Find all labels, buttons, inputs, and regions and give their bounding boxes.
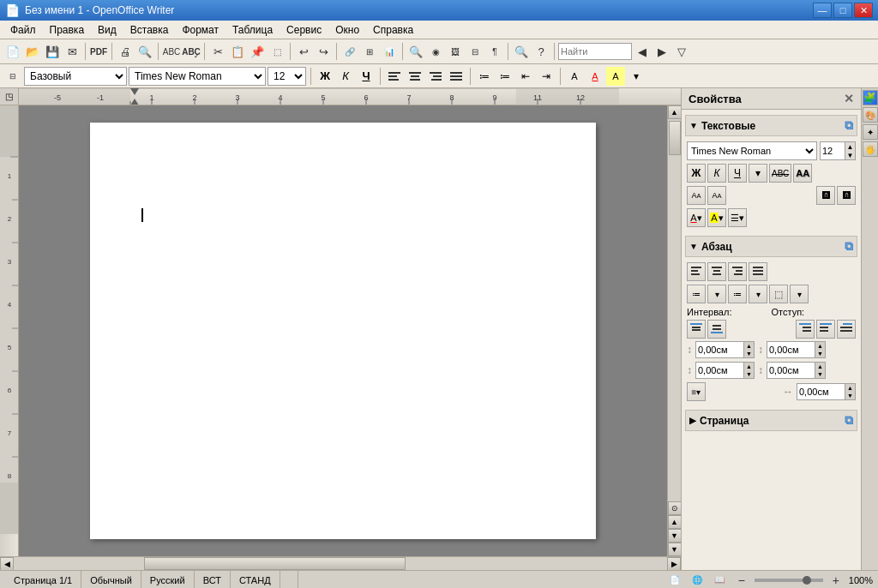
font-select[interactable]: Times New Roman (129, 67, 266, 86)
scroll-down-btn[interactable]: ▼ (668, 543, 682, 556)
zoom-out-btn[interactable]: − (732, 571, 751, 589)
size-select[interactable]: 12 (268, 67, 306, 86)
above-spacing-down[interactable]: ▼ (743, 350, 754, 357)
menu-edit[interactable]: Правка (43, 21, 92, 39)
paragraph-section-header[interactable]: ▼ Абзац ⧉ (685, 236, 857, 257)
panel-strikethrough-btn[interactable]: АВС (769, 164, 791, 183)
panel-char-style-btn[interactable]: ☰▾ (728, 208, 747, 227)
text-section-expand-icon[interactable]: ⧉ (845, 118, 853, 133)
copy-btn[interactable]: 📋 (228, 42, 247, 61)
panel-size-down[interactable]: ▼ (845, 151, 855, 159)
para-indent-left-btn[interactable] (796, 320, 815, 339)
nonprint-btn[interactable]: ¶ (485, 42, 504, 61)
char-format-btn[interactable]: А (565, 67, 584, 86)
format-paste-btn[interactable]: ⬚ (268, 42, 286, 61)
scroll-track-v[interactable] (668, 119, 681, 501)
cut-btn[interactable]: ✂ (208, 42, 227, 61)
document-page[interactable] (90, 123, 596, 539)
para-linespace-btn[interactable]: ⬚ (769, 285, 788, 303)
view-book-btn[interactable]: 📖 (710, 571, 729, 589)
undo-btn[interactable]: ↩ (294, 42, 313, 61)
more-format-btn[interactable]: ▾ (627, 67, 646, 86)
para-linespace-opts-btn[interactable]: ▾ (790, 285, 809, 303)
indent-before-down[interactable]: ▼ (815, 350, 825, 357)
first-indent-input[interactable] (797, 384, 845, 399)
para-align-justify-btn[interactable] (749, 262, 767, 281)
page-section-header[interactable]: ▶ Страница ⧉ (685, 410, 857, 431)
panel-size-group[interactable]: ▲ ▼ (820, 141, 856, 160)
chart-btn[interactable]: 📊 (380, 42, 399, 61)
sidebar-icon-3[interactable]: ✦ (863, 124, 878, 140)
panel-shadow-btn[interactable]: АА (793, 164, 812, 183)
find-btn[interactable]: 🔍 (406, 42, 425, 61)
bold-btn[interactable]: Ж (316, 67, 334, 86)
scroll-right-btn[interactable]: ▶ (667, 557, 681, 571)
page-next-btn[interactable]: ▼ (668, 529, 682, 543)
pdf-btn[interactable]: PDF (89, 42, 108, 61)
panel-subscript-btn[interactable]: АА (707, 186, 726, 205)
menu-insert[interactable]: Вставка (123, 21, 176, 39)
underline-btn[interactable]: Ч (357, 67, 376, 86)
table-btn[interactable]: ⊞ (360, 42, 379, 61)
menu-format[interactable]: Формат (175, 21, 226, 39)
panel-fontcolor-btn[interactable]: А▾ (687, 208, 706, 227)
panel-font-select[interactable]: Times New Roman (687, 141, 817, 160)
linespace-dropdown-btn[interactable]: ≡▾ (687, 382, 706, 401)
view-page-btn[interactable]: 📄 (665, 571, 684, 589)
zoom-thumb[interactable] (803, 576, 811, 585)
new-btn[interactable]: 📄 (3, 42, 22, 61)
autocorrect-btn[interactable]: ABC ✓ (182, 42, 201, 61)
style-list-btn[interactable]: ⊟ (3, 67, 22, 86)
paste-btn[interactable]: 📌 (248, 42, 267, 61)
search-prev-btn[interactable]: ◀ (633, 42, 652, 61)
indent-before-input[interactable] (767, 342, 815, 357)
minimize-button[interactable]: — (813, 3, 832, 18)
hyperlink-btn[interactable]: 🔗 (340, 42, 359, 61)
increase-indent-btn[interactable]: ⇥ (537, 67, 556, 86)
status-mode2[interactable]: СТАНД (231, 571, 280, 588)
navigator-btn[interactable]: ◉ (426, 42, 445, 61)
scroll-thumb-v[interactable] (669, 121, 681, 155)
para-above-btn[interactable] (687, 320, 706, 339)
align-justify-btn[interactable] (447, 67, 466, 86)
panel-underline-btn[interactable]: Ч (728, 164, 747, 183)
para-indent-first-btn[interactable] (837, 320, 856, 339)
align-center-btn[interactable] (406, 67, 424, 86)
para-align-left-btn[interactable] (687, 262, 706, 281)
panel-bold-btn[interactable]: Ж (687, 164, 706, 183)
panel-chars-btn[interactable]: 🅰 (816, 186, 835, 205)
first-indent-input-group[interactable]: ▲ ▼ (797, 383, 856, 400)
search-input[interactable] (561, 46, 629, 57)
above-spacing-input[interactable] (696, 342, 743, 357)
properties-close-btn[interactable]: ✕ (844, 92, 854, 105)
hscrollbar[interactable]: ◀ ▶ (0, 556, 681, 570)
para-ordered-opts-btn[interactable]: ▾ (749, 285, 767, 303)
save-btn[interactable]: 💾 (43, 42, 62, 61)
para-ordered-btn[interactable]: ≔ (728, 285, 747, 303)
open-btn[interactable]: 📂 (23, 42, 42, 61)
style-select[interactable]: Базовый (24, 67, 127, 86)
spellcheck-btn[interactable]: ABC (162, 42, 181, 61)
menu-view[interactable]: Вид (91, 21, 123, 39)
maximize-button[interactable]: □ (833, 3, 852, 18)
panel-italic-btn[interactable]: К (707, 164, 726, 183)
panel-size-input[interactable] (821, 143, 845, 159)
below-spacing-up[interactable]: ▲ (743, 363, 754, 370)
indent-before-up[interactable]: ▲ (815, 342, 825, 350)
para-align-right-btn[interactable] (728, 262, 747, 281)
page-nav-setting-btn[interactable]: ⊙ (668, 501, 682, 515)
page-container[interactable] (19, 105, 667, 556)
indent-before-input-group[interactable]: ▲ ▼ (767, 341, 826, 358)
indent-after-input-group[interactable]: ▲ ▼ (767, 362, 826, 379)
zoom-in-status-btn[interactable]: + (827, 571, 845, 589)
gallery-btn[interactable]: 🖼 (446, 42, 465, 61)
first-indent-up[interactable]: ▲ (845, 384, 855, 392)
para-below-btn[interactable] (707, 320, 726, 339)
para-align-center-btn[interactable] (707, 262, 726, 281)
sidebar-icon-2[interactable]: 🎨 (863, 107, 878, 123)
para-unordered-btn[interactable]: ≔ (687, 285, 706, 303)
decrease-indent-btn[interactable]: ⇤ (516, 67, 535, 86)
search-next-btn[interactable]: ▶ (652, 42, 671, 61)
vscrollbar[interactable]: ▲ ⊙ ▲ ▼ ▼ (667, 105, 681, 556)
panel-highlight-btn[interactable]: А▾ (707, 208, 726, 227)
